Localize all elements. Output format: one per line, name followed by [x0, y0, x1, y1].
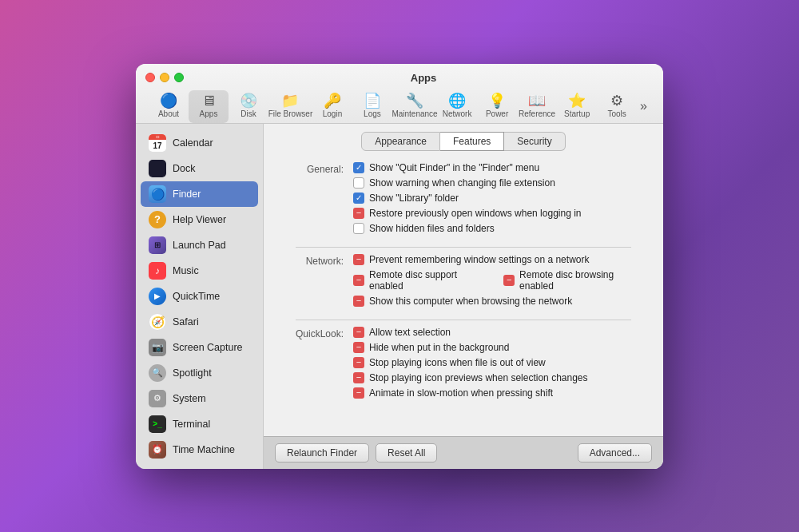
- toolbar-icon-maintenance: 🔧: [406, 93, 423, 108]
- sidebar-label-screen-capture: Screen Capture: [173, 342, 243, 353]
- titlebar: Apps 🔵 About 🖥 Apps 💿 Disk 📁 File Browse…: [136, 64, 663, 124]
- sidebar-item-time-machine[interactable]: ⏰Time Machine: [141, 437, 258, 463]
- toolbar-icon-about: 🔵: [160, 93, 177, 108]
- option-slow-motion[interactable]: Animate in slow-motion when pressing shi…: [353, 387, 647, 399]
- sidebar-item-system[interactable]: ⚙System: [141, 386, 258, 411]
- sidebar-item-safari[interactable]: 🧭Safari: [141, 309, 258, 335]
- sidebar-item-terminal[interactable]: >_Terminal: [141, 411, 258, 437]
- close-button[interactable]: [145, 73, 155, 82]
- toolbar: 🔵 About 🖥 Apps 💿 Disk 📁 File Browser 🔑 L…: [145, 90, 654, 123]
- checkbox-text-selection[interactable]: [353, 327, 364, 338]
- toolbar-item-maintenance[interactable]: 🔧 Maintenance: [392, 90, 437, 123]
- option-restore-windows[interactable]: Restore previously open windows when log…: [353, 208, 647, 219]
- label-quit-finder: Show "Quit Finder" in the "Finder" menu: [369, 162, 539, 173]
- tab-appearance[interactable]: Appearance: [361, 132, 440, 151]
- toolbar-item-network[interactable]: 🌐 Network: [437, 90, 477, 123]
- tab-security[interactable]: Security: [504, 132, 565, 151]
- sidebar: ⚏17CalendarDock🔵Finder?Help Viewer⊞Launc…: [136, 124, 264, 469]
- sidebar-icon-screen-capture: 📷: [149, 339, 166, 356]
- toolbar-icon-startup: ⭐: [568, 93, 586, 108]
- toolbar-item-reference[interactable]: 📖 Reference: [517, 90, 557, 123]
- sidebar-icon-system: ⚙: [149, 390, 166, 407]
- sidebar-item-calendar[interactable]: ⚏17Calendar: [141, 130, 258, 156]
- checkbox-warn-extension[interactable]: [353, 177, 364, 189]
- toolbar-label-startup: Startup: [564, 109, 590, 118]
- sidebar-icon-dock: [149, 160, 166, 177]
- minimize-button[interactable]: [160, 73, 169, 82]
- sidebar-label-calendar: Calendar: [173, 137, 213, 149]
- relaunch-finder-button[interactable]: Relaunch Finder: [275, 443, 369, 463]
- toolbar-item-startup[interactable]: ⭐ Startup: [557, 90, 597, 123]
- toolbar-icon-login: 🔑: [324, 93, 341, 108]
- toolbar-icon-file-browser: 📁: [281, 93, 299, 108]
- sidebar-item-launch-pad[interactable]: ⊞Launch Pad: [141, 232, 258, 258]
- option-stop-previews[interactable]: Stop playing icon previews when selectio…: [353, 372, 647, 383]
- sidebar-icon-help-viewer: ?: [149, 211, 166, 228]
- toolbar-item-apps[interactable]: 🖥 Apps: [189, 90, 229, 123]
- option-remote-disc-browsing[interactable]: Remote disc browsing enabled: [503, 269, 647, 292]
- network-options: Prevent remembering window settings on a…: [353, 254, 647, 307]
- option-stop-icons[interactable]: Stop playing icons when file is out of v…: [353, 357, 647, 368]
- advanced-button[interactable]: Advanced...: [578, 443, 652, 463]
- sidebar-item-music[interactable]: ♪Music: [141, 258, 258, 284]
- toolbar-item-logs[interactable]: 📄 Logs: [352, 90, 392, 123]
- toolbar-item-disk[interactable]: 💿 Disk: [229, 90, 268, 123]
- sidebar-label-system: System: [173, 393, 206, 404]
- toolbar-label-maintenance: Maintenance: [392, 109, 437, 118]
- toolbar-icon-tools: ⚙: [610, 93, 623, 108]
- checkbox-stop-icons[interactable]: [353, 357, 364, 368]
- option-warn-extension[interactable]: Show warning when changing file extensio…: [353, 177, 647, 189]
- checkbox-remote-disc-browsing[interactable]: [503, 275, 515, 286]
- bottom-bar: Relaunch Finder Reset All Advanced...: [264, 436, 663, 469]
- toolbar-item-about[interactable]: 🔵 About: [149, 90, 189, 123]
- label-remote-disc-browsing: Remote disc browsing enabled: [519, 269, 647, 292]
- toolbar-more-button[interactable]: »: [637, 96, 650, 117]
- option-quit-finder[interactable]: Show "Quit Finder" in the "Finder" menu: [353, 162, 647, 173]
- sidebar-item-quicktime[interactable]: ▶QuickTime: [141, 284, 258, 309]
- checkbox-hide-background[interactable]: [353, 342, 364, 353]
- checkbox-stop-previews[interactable]: [353, 372, 364, 383]
- checkbox-prevent-network[interactable]: [353, 254, 364, 265]
- label-prevent-network: Prevent remembering window settings on a…: [369, 254, 589, 265]
- checkbox-slow-motion[interactable]: [353, 387, 364, 399]
- sidebar-item-dock[interactable]: Dock: [141, 156, 258, 181]
- toolbar-item-power[interactable]: 💡 Power: [477, 90, 517, 123]
- checkbox-library-folder[interactable]: [353, 193, 364, 204]
- sidebar-item-spotlight[interactable]: 🔍Spotlight: [141, 360, 258, 386]
- checkbox-restore-windows[interactable]: [353, 208, 364, 219]
- checkbox-show-computer[interactable]: [353, 296, 364, 307]
- sidebar-item-screen-capture[interactable]: 📷Screen Capture: [141, 335, 258, 360]
- toolbar-item-login[interactable]: 🔑 Login: [312, 90, 352, 123]
- option-remote-disc-support[interactable]: Remote disc support enabled: [353, 269, 491, 292]
- toolbar-label-tools: Tools: [607, 109, 626, 118]
- maximize-button[interactable]: [174, 73, 184, 82]
- sidebar-label-terminal: Terminal: [173, 419, 210, 430]
- sidebar-item-help-viewer[interactable]: ?Help Viewer: [141, 207, 258, 232]
- label-warn-extension: Show warning when changing file extensio…: [369, 177, 555, 189]
- sidebar-icon-terminal: >_: [149, 415, 166, 433]
- label-slow-motion: Animate in slow-motion when pressing shi…: [369, 387, 553, 399]
- toolbar-label-file-browser: File Browser: [268, 109, 313, 118]
- label-stop-icons: Stop playing icons when file is out of v…: [369, 357, 546, 368]
- checkbox-remote-disc-support[interactable]: [353, 275, 364, 286]
- network-section: Network: Prevent remembering window sett…: [280, 254, 647, 307]
- option-library-folder[interactable]: Show "Library" folder: [353, 193, 647, 204]
- sidebar-icon-launch-pad: ⊞: [149, 236, 166, 254]
- checkbox-quit-finder[interactable]: [353, 162, 364, 173]
- sidebar-icon-finder: 🔵: [149, 185, 166, 203]
- tab-features[interactable]: Features: [440, 132, 504, 151]
- sidebar-item-finder[interactable]: 🔵Finder: [141, 181, 258, 207]
- reset-all-button[interactable]: Reset All: [376, 443, 437, 463]
- toolbar-item-tools[interactable]: ⚙ Tools: [597, 90, 637, 123]
- option-hidden-files[interactable]: Show hidden files and folders: [353, 223, 647, 234]
- option-text-selection[interactable]: Allow text selection: [353, 327, 647, 338]
- toolbar-item-file-browser[interactable]: 📁 File Browser: [268, 90, 312, 123]
- sidebar-icon-calendar: ⚏17: [149, 134, 166, 152]
- option-prevent-network[interactable]: Prevent remembering window settings on a…: [353, 254, 647, 265]
- sidebar-icon-quicktime: ▶: [149, 288, 166, 305]
- sidebar-label-dock: Dock: [173, 163, 195, 174]
- option-show-computer[interactable]: Show this computer when browsing the net…: [353, 296, 647, 307]
- checkbox-hidden-files[interactable]: [353, 223, 364, 234]
- option-hide-background[interactable]: Hide when put in the background: [353, 342, 647, 353]
- general-row: General: Show "Quit Finder" in the "Find…: [280, 162, 647, 234]
